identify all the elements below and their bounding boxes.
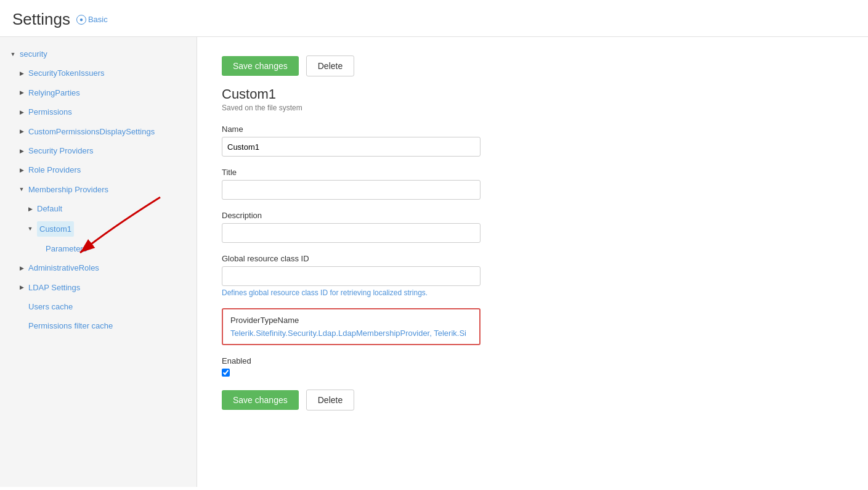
sidebar-item-label: Default (37, 202, 62, 216)
chevron-down-icon: ▼ (26, 224, 34, 233)
delete-button-bottom[interactable]: Delete (306, 390, 354, 410)
title-field-group: Title (222, 168, 843, 200)
chevron-right-icon: ▶ (17, 127, 26, 136)
sidebar-item-security-providers[interactable]: ▶ Security Providers (0, 141, 197, 160)
provider-type-value: Telerik.Sitefinity.Security.Ldap.LdapMem… (230, 329, 472, 338)
sidebar-item-parameters[interactable]: Parameters (0, 239, 197, 258)
chevron-right-icon: ▶ (17, 69, 26, 78)
content-title: Custom1 (222, 86, 843, 102)
title-input[interactable] (222, 180, 481, 200)
enabled-label: Enabled (222, 356, 843, 365)
sidebar-item-permissions-filter-cache[interactable]: Permissions filter cache (0, 316, 197, 335)
title-label: Title (222, 168, 843, 177)
spacer-icon (17, 322, 26, 330)
provider-type-field-group: ProviderTypeName Telerik.Sitefinity.Secu… (222, 308, 843, 345)
chevron-right-icon: ▶ (17, 147, 26, 155)
sidebar-item-label: Role Providers (28, 163, 81, 177)
sidebar-item-relying-parties[interactable]: ▶ RelyingParties (0, 83, 197, 102)
sidebar-item-label: AdministrativeRoles (28, 261, 99, 275)
page-title: Settings (12, 10, 70, 29)
sidebar-item-security-token-issuers[interactable]: ▶ SecurityTokenIssuers (0, 63, 197, 83)
sidebar-item-permissions[interactable]: ▶ Permissions (0, 102, 197, 121)
enabled-field-group: Enabled (222, 356, 843, 378)
sidebar-item-label: CustomPermissionsDisplaySettings (28, 125, 155, 139)
spacer-icon (34, 245, 43, 253)
sidebar-item-ldap-settings[interactable]: ▶ LDAP Settings (0, 278, 197, 297)
sidebar-item-label: Custom1 (37, 221, 74, 237)
top-button-row: Save changes Delete (222, 55, 843, 76)
basic-link-icon: ● (76, 15, 86, 25)
sidebar-item-security[interactable]: ▼ security (0, 44, 197, 63)
sidebar-item-label: LDAP Settings (28, 280, 80, 295)
provider-type-box: ProviderTypeName Telerik.Sitefinity.Secu… (222, 308, 481, 345)
chevron-right-icon: ▶ (26, 205, 34, 213)
name-label: Name (222, 125, 843, 134)
global-resource-hint: Defines global resource class ID for ret… (222, 288, 843, 297)
chevron-right-icon: ▶ (17, 166, 26, 174)
save-changes-button-top[interactable]: Save changes (222, 56, 299, 76)
description-label: Description (222, 211, 843, 220)
main-layout: ▼ security ▶ SecurityTokenIssuers ▶ Rely… (0, 37, 868, 487)
sidebar-item-label: Users cache (28, 300, 73, 314)
content-subtitle: Saved on the file system (222, 104, 843, 112)
sidebar-item-label: RelyingParties (28, 86, 80, 100)
chevron-right-icon: ▶ (17, 88, 26, 97)
sidebar-item-label: security (20, 47, 47, 61)
chevron-right-icon: ▶ (17, 264, 26, 272)
basic-link[interactable]: ● Basic (76, 15, 108, 25)
delete-button-top[interactable]: Delete (306, 55, 354, 76)
sidebar-item-administrative-roles[interactable]: ▶ AdministrativeRoles (0, 258, 197, 277)
save-changes-button-bottom[interactable]: Save changes (222, 390, 299, 410)
chevron-down-icon: ▼ (9, 50, 17, 59)
chevron-down-icon: ▼ (17, 185, 26, 194)
chevron-right-icon: ▶ (17, 108, 26, 116)
description-field-group: Description (222, 211, 843, 243)
sidebar: ▼ security ▶ SecurityTokenIssuers ▶ Rely… (0, 37, 197, 487)
sidebar-item-default[interactable]: ▶ Default (0, 199, 197, 218)
sidebar-item-label: Permissions filter cache (28, 319, 113, 333)
sidebar-item-custom1[interactable]: ▼ Custom1 (0, 219, 197, 239)
sidebar-item-membership-providers[interactable]: ▼ Membership Providers (0, 180, 197, 199)
global-resource-label: Global resource class ID (222, 254, 843, 263)
sidebar-item-label: Security Providers (28, 144, 93, 158)
sidebar-item-label: Membership Providers (28, 182, 108, 197)
sidebar-item-label: Parameters (46, 242, 87, 256)
spacer-icon (17, 303, 26, 311)
global-resource-field-group: Global resource class ID Defines global … (222, 254, 843, 297)
sidebar-item-role-providers[interactable]: ▶ Role Providers (0, 160, 197, 179)
basic-link-label: Basic (88, 15, 108, 24)
name-field-group: Name (222, 125, 843, 157)
sidebar-item-users-cache[interactable]: Users cache (0, 297, 197, 316)
page-header: Settings ● Basic (0, 0, 868, 37)
bottom-button-row: Save changes Delete (222, 390, 843, 410)
sidebar-item-label: SecurityTokenIssuers (28, 66, 105, 80)
description-input[interactable] (222, 223, 481, 243)
provider-type-label: ProviderTypeName (230, 316, 472, 325)
chevron-right-icon: ▶ (17, 283, 26, 292)
main-content: Save changes Delete Custom1 Saved on the… (197, 37, 868, 487)
global-resource-input[interactable] (222, 266, 481, 286)
enabled-checkbox[interactable] (222, 369, 230, 377)
sidebar-item-label: Permissions (28, 105, 72, 119)
sidebar-item-custom-permissions[interactable]: ▶ CustomPermissionsDisplaySettings (0, 122, 197, 141)
name-input[interactable] (222, 137, 481, 157)
